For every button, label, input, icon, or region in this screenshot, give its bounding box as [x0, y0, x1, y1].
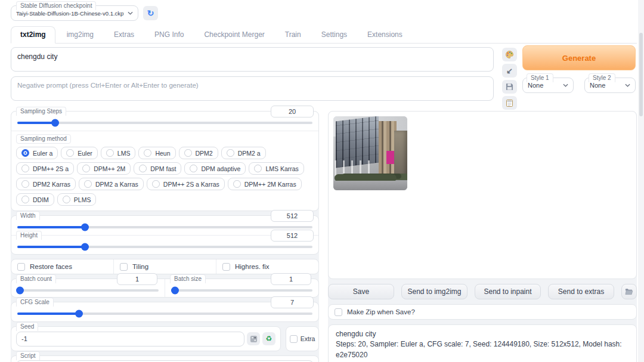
radio-icon[interactable]	[21, 180, 29, 188]
tab-png-info[interactable]: PNG Info	[145, 27, 193, 43]
sampling-method-option[interactable]: DPM2 a Karras	[79, 178, 144, 190]
sampling-method-option[interactable]: DPM2 a	[221, 147, 266, 159]
sampling-method-option[interactable]: LMS	[101, 147, 136, 159]
sampling-method-option[interactable]: DPM2	[179, 147, 218, 159]
parameters-column: Sampling Steps 20 Sampling method Euler …	[11, 111, 319, 362]
width-label: Width	[16, 211, 40, 220]
seed-input[interactable]	[16, 332, 244, 346]
send-to-extras-button[interactable]: Send to extras	[548, 284, 614, 299]
radio-icon[interactable]	[106, 149, 114, 157]
radio-icon[interactable]	[84, 180, 92, 188]
page-scrollbar[interactable]	[638, 0, 644, 362]
sampling-method-option[interactable]: DPM2 Karras	[16, 178, 76, 190]
cfg-slider[interactable]	[17, 313, 312, 315]
sampling-method-option[interactable]: DPM fast	[134, 162, 181, 175]
batch-count-slider[interactable]	[17, 289, 159, 292]
tab-train[interactable]: Train	[276, 27, 310, 43]
sd-webui: Stable Diffusion checkpoint Taiyi-Stable…	[0, 0, 644, 362]
batch-block: Batch count 1 Batch size 1	[11, 279, 319, 298]
batch-count-value[interactable]: 1	[117, 273, 157, 285]
reuse-seed-recycle-icon[interactable]: ♻	[262, 332, 275, 345]
scrollbar-thumb[interactable]	[639, 33, 643, 116]
sampling-method-option[interactable]: Heun	[138, 147, 175, 159]
style-palette-icon[interactable]	[502, 48, 517, 61]
toggle-tiling[interactable]: Tiling	[113, 259, 216, 274]
generate-button[interactable]: Generate	[522, 45, 636, 70]
sampling-method-option[interactable]: DPM adaptive	[184, 162, 246, 175]
checkbox-icon[interactable]	[120, 263, 128, 271]
radio-icon[interactable]	[227, 149, 234, 157]
tab-txt2img[interactable]: txt2img	[11, 26, 55, 44]
radio-icon[interactable]	[233, 180, 241, 188]
sampling-steps-value[interactable]: 20	[271, 106, 314, 117]
radio-icon[interactable]	[139, 165, 147, 172]
read-generation-params-icon[interactable]: ↙	[502, 64, 517, 78]
seed-extra-block[interactable]: Extra	[286, 326, 319, 351]
tab-checkpoint-merger[interactable]: Checkpoint Merger	[195, 27, 273, 43]
toggle-highres-fix[interactable]: Highres. fix	[216, 259, 318, 274]
sampling-method-option[interactable]: Euler	[61, 147, 98, 159]
radio-icon[interactable]	[190, 165, 197, 172]
checkpoint-value: Taiyi-Stable-Diffusion-1B-Chinese-v0.1.c…	[16, 10, 124, 17]
checkpoint-select[interactable]: Stable Diffusion checkpoint Taiyi-Stable…	[11, 5, 138, 21]
radio-icon[interactable]	[254, 165, 262, 172]
radio-icon[interactable]	[63, 196, 70, 203]
extra-checkbox[interactable]	[290, 335, 298, 343]
send-to-inpaint-button[interactable]: Send to inpaint	[475, 284, 541, 299]
save-button[interactable]: Save	[328, 284, 394, 299]
checkbox-icon[interactable]	[17, 263, 25, 271]
image-pink-sign	[386, 151, 394, 164]
cfg-row: CFG Scale 7	[11, 302, 318, 321]
make-zip-block[interactable]: Make Zip when Save?	[328, 304, 637, 320]
tab-extensions[interactable]: Extensions	[358, 27, 411, 43]
save-style-icon[interactable]	[502, 80, 517, 94]
random-seed-dice-icon[interactable]	[247, 332, 260, 345]
size-block: Width 512 Height 512	[11, 215, 319, 255]
radio-icon[interactable]	[152, 180, 160, 188]
sampling-method-option[interactable]: DDIM	[16, 193, 54, 206]
batch-size-value[interactable]: 1	[271, 273, 311, 285]
cfg-block: CFG Scale 7	[11, 302, 319, 322]
prompt-input[interactable]	[11, 47, 494, 72]
tab-extras[interactable]: Extras	[105, 27, 143, 43]
width-value[interactable]: 512	[271, 210, 314, 222]
radio-icon[interactable]	[144, 149, 151, 157]
sampling-method-option[interactable]: DPM++ 2S a	[16, 162, 74, 175]
radio-icon[interactable]	[21, 165, 29, 172]
radio-icon[interactable]	[66, 149, 74, 157]
sampling-method-option[interactable]: DPM++ 2M	[77, 162, 131, 175]
tab-img2img[interactable]: img2img	[58, 27, 103, 43]
make-zip-checkbox[interactable]	[335, 308, 342, 316]
sampling-method-option[interactable]: LMS Karras	[249, 162, 304, 175]
radio-icon[interactable]	[21, 196, 29, 203]
cfg-label: CFG Scale	[16, 298, 54, 307]
radio-icon[interactable]	[184, 149, 192, 157]
radio-icon[interactable]	[82, 165, 90, 172]
sampling-method-option[interactable]: PLMS	[57, 193, 97, 206]
tab-settings[interactable]: Settings	[312, 27, 356, 43]
open-folder-icon[interactable]	[621, 284, 637, 299]
style1-select[interactable]: Style 1 None	[522, 78, 574, 93]
prompt-tools: ↙ 4/75	[502, 48, 517, 120]
batch-count-label: Batch count	[16, 274, 56, 283]
toggle-restore-faces[interactable]: Restore faces	[11, 259, 113, 274]
height-value[interactable]: 512	[271, 230, 314, 242]
sampling-method-option[interactable]: DPM++ 2M Karras	[228, 178, 302, 190]
sampling-method-option[interactable]: Euler a	[16, 147, 58, 159]
cfg-value[interactable]: 7	[271, 296, 314, 308]
radio-icon[interactable]	[21, 149, 29, 157]
generated-image[interactable]	[333, 116, 407, 190]
width-slider[interactable]	[17, 226, 312, 228]
sampling-method-option[interactable]: DPM++ 2S a Karras	[147, 178, 225, 190]
batch-size-slider[interactable]	[171, 289, 312, 292]
height-slider[interactable]	[17, 246, 312, 248]
apply-style-icon[interactable]	[502, 96, 517, 110]
negative-prompt-input[interactable]	[11, 76, 494, 101]
refresh-checkpoint-button[interactable]: ↻	[143, 6, 158, 20]
make-zip-label: Make Zip when Save?	[347, 308, 415, 315]
style2-select[interactable]: Style 2 None	[584, 78, 636, 93]
sampling-steps-slider[interactable]	[17, 122, 312, 124]
batch-size-label: Batch size	[170, 274, 206, 283]
checkbox-icon[interactable]	[222, 263, 230, 271]
send-to-img2img-button[interactable]: Send to img2img	[401, 284, 467, 299]
